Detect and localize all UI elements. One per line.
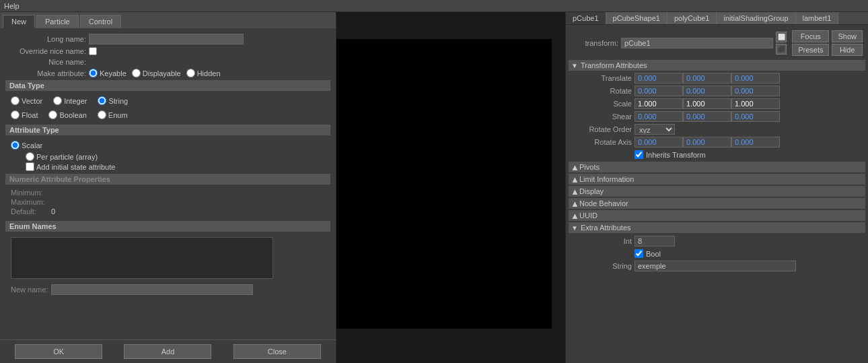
focus-button[interactable]: Focus: [792, 30, 829, 42]
string-attr-input[interactable]: [635, 261, 796, 271]
shear-z[interactable]: [731, 111, 780, 122]
tab-control[interactable]: Control: [80, 15, 121, 28]
new-name-label: New name:: [11, 286, 51, 294]
data-type-section: Data Type: [5, 80, 330, 91]
scale-x[interactable]: [635, 98, 683, 109]
integer-label: Integer: [64, 97, 87, 105]
icon-expand[interactable]: ⬜: [776, 32, 787, 42]
presets-button[interactable]: Presets: [792, 44, 829, 56]
rotate-axis-y[interactable]: [683, 137, 731, 147]
enum-radio[interactable]: [98, 110, 106, 119]
nice-name-label: Nice name:: [5, 58, 86, 66]
node-tab-polycube1[interactable]: polyCube1: [667, 12, 717, 24]
vector-radio[interactable]: [11, 96, 20, 105]
keyable-radio-item[interactable]: Keyable: [89, 69, 126, 77]
node-tab-pcubeshape1[interactable]: pCubeShape1: [606, 12, 667, 24]
show-button[interactable]: Show: [832, 30, 863, 42]
pivots-label: Pivots: [579, 163, 600, 171]
rotate-axis-z[interactable]: [731, 137, 780, 147]
pivots-section-header[interactable]: ▶ Pivots: [569, 162, 865, 172]
hidden-radio-item[interactable]: Hidden: [186, 69, 221, 77]
keyable-label: Keyable: [100, 69, 126, 77]
icon-contract[interactable]: ⬛: [776, 44, 787, 55]
override-nice-name-checkbox[interactable]: [89, 47, 97, 55]
displayable-radio[interactable]: [132, 69, 141, 77]
add-initial-checkbox[interactable]: [26, 162, 34, 171]
vector-radio-item[interactable]: Vector: [11, 96, 42, 105]
string-label: String: [108, 97, 128, 105]
scale-z[interactable]: [731, 98, 780, 109]
rotate-order-select[interactable]: xyz yzx zxy xzy yxz zyx: [635, 124, 675, 135]
scale-y[interactable]: [683, 98, 731, 109]
translate-y[interactable]: [683, 73, 731, 84]
rotate-y[interactable]: [683, 86, 731, 96]
enum-names-textarea[interactable]: [11, 237, 273, 279]
node-tab-lambert1[interactable]: lambert1: [796, 12, 839, 24]
shear-y[interactable]: [683, 111, 731, 122]
shear-x[interactable]: [635, 111, 683, 122]
limit-info-label: Limit Information: [579, 175, 634, 183]
tab-new[interactable]: New: [3, 15, 35, 28]
inherits-transform-checkbox[interactable]: [635, 150, 643, 159]
node-tab-initialshadinggroup[interactable]: initialShadingGroup: [717, 12, 795, 24]
new-name-input[interactable]: [51, 284, 253, 295]
long-name-input[interactable]: [89, 34, 244, 44]
inherits-transform-label: Inherits Transform: [646, 151, 706, 159]
add-initial-label: Add initial state attribute: [36, 163, 115, 171]
float-radio-item[interactable]: Float: [11, 110, 38, 119]
string-attr-row: String: [569, 259, 865, 273]
int-attr-input[interactable]: [635, 236, 675, 246]
per-particle-radio[interactable]: [26, 152, 34, 161]
extra-attributes-section-header[interactable]: ▼ Extra Attributes: [569, 222, 865, 233]
add-initial-checkbox-item[interactable]: Add initial state attribute: [26, 162, 330, 171]
enum-radio-item[interactable]: Enum: [98, 110, 128, 119]
hide-button[interactable]: Hide: [832, 44, 863, 56]
integer-radio[interactable]: [53, 96, 62, 105]
ok-button[interactable]: OK: [15, 344, 102, 359]
viewport-main[interactable]: [336, 39, 552, 329]
per-particle-radio-item[interactable]: Per particle (array): [26, 152, 330, 161]
uuid-section-header[interactable]: ▶ UUID: [569, 210, 865, 221]
integer-radio-item[interactable]: Integer: [53, 96, 87, 105]
node-behavior-label: Node Behavior: [579, 199, 628, 207]
rotate-axis-x[interactable]: [635, 137, 683, 147]
rotate-z[interactable]: [731, 86, 780, 96]
node-tab-pcube1[interactable]: pCube1: [566, 12, 606, 24]
string-radio-item[interactable]: String: [98, 96, 128, 105]
scalar-radio[interactable]: [11, 141, 20, 150]
hidden-radio[interactable]: [186, 69, 195, 77]
shear-row: Shear: [569, 110, 865, 123]
rotate-label: Rotate: [571, 87, 632, 95]
string-radio[interactable]: [98, 96, 106, 105]
keyable-radio[interactable]: [89, 69, 98, 77]
transform-attributes-header[interactable]: ▼ Transform Attributes: [569, 60, 865, 71]
make-attribute-row: Make attribute: Keyable Displayable Hidd…: [5, 69, 330, 77]
node-behavior-section-header[interactable]: ▶ Node Behavior: [569, 198, 865, 209]
add-button[interactable]: Add: [124, 344, 211, 359]
float-radio[interactable]: [11, 110, 20, 119]
default-row: Default: 0: [11, 207, 325, 216]
display-section-header[interactable]: ▶ Display: [569, 186, 865, 197]
close-button[interactable]: Close: [233, 344, 321, 359]
uuid-arrow-icon: ▶: [571, 213, 578, 218]
rotate-x[interactable]: [635, 86, 683, 96]
help-menu[interactable]: Help: [4, 2, 20, 10]
boolean-radio-item[interactable]: Boolean: [48, 110, 86, 119]
display-arrow-icon: ▶: [571, 189, 578, 194]
displayable-radio-item[interactable]: Displayable: [132, 69, 181, 77]
rotate-axis-label: Rotate Axis: [571, 138, 632, 146]
data-type-group: Vector Integer String: [5, 94, 330, 108]
viewport-panel: [336, 12, 565, 363]
scalar-radio-item[interactable]: Scalar: [11, 141, 42, 150]
limit-info-section-header[interactable]: ▶ Limit Information: [569, 174, 865, 185]
bool-attr-checkbox[interactable]: [635, 249, 643, 258]
tab-particle[interactable]: Particle: [36, 15, 79, 28]
node-tabs: pCube1 pCubeShape1 polyCube1 initialShad…: [566, 12, 868, 25]
transform-value-input[interactable]: [621, 38, 773, 48]
boolean-radio[interactable]: [48, 110, 57, 119]
long-name-label: Long name:: [5, 35, 86, 43]
right-panel: pCube1 pCubeShape1 polyCube1 initialShad…: [565, 12, 868, 363]
enum-label: Enum: [108, 111, 128, 119]
translate-z[interactable]: [731, 73, 780, 84]
translate-x[interactable]: [635, 73, 683, 84]
